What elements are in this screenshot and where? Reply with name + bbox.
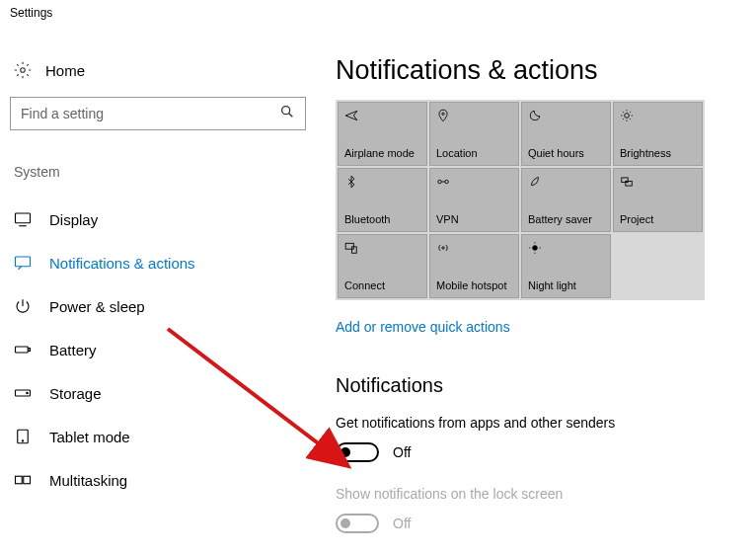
setting-lock-screen-notifications: Show notifications on the lock screen Of… bbox=[336, 486, 746, 533]
search-box[interactable] bbox=[10, 97, 306, 130]
svg-point-23 bbox=[442, 247, 444, 249]
quick-action-label: Mobile hotspot bbox=[436, 279, 512, 291]
sidebar-item-label: Tablet mode bbox=[49, 429, 130, 445]
toggle-state-label: Off bbox=[393, 444, 411, 460]
svg-rect-20 bbox=[626, 181, 632, 186]
svg-point-1 bbox=[282, 107, 290, 115]
tablet-icon bbox=[14, 428, 32, 445]
svg-point-14 bbox=[442, 113, 444, 115]
quick-action-label: Bluetooth bbox=[344, 213, 420, 225]
quick-action-nightlight[interactable]: Night light bbox=[521, 234, 611, 298]
bluetooth-icon bbox=[344, 175, 360, 189]
window-title: Settings bbox=[0, 0, 756, 26]
sidebar-item-tablet[interactable]: Tablet mode bbox=[10, 415, 316, 458]
sidebar-item-label: Notifications & actions bbox=[49, 255, 195, 272]
storage-icon bbox=[14, 384, 32, 402]
setting-label: Show notifications on the lock screen bbox=[336, 486, 746, 502]
toggle-lock-screen-notifications bbox=[336, 514, 379, 533]
sidebar-item-label: Power & sleep bbox=[49, 298, 145, 315]
quick-action-airplane[interactable]: Airplane mode bbox=[338, 102, 427, 166]
sidebar-item-label: Display bbox=[49, 211, 98, 228]
multitasking-icon bbox=[14, 471, 32, 489]
setting-get-notifications: Get notifications from apps and other se… bbox=[336, 415, 746, 462]
svg-line-2 bbox=[289, 114, 293, 118]
quick-actions-grid: Airplane mode Location Quiet hours Brigh… bbox=[336, 100, 705, 300]
leaf-icon bbox=[528, 175, 544, 189]
sidebar-item-label: Storage bbox=[49, 385, 102, 402]
hotspot-icon bbox=[436, 241, 452, 255]
add-remove-quick-actions-link[interactable]: Add or remove quick actions bbox=[336, 319, 510, 335]
home-label: Home bbox=[45, 62, 85, 79]
sidebar: Home System Display bbox=[0, 55, 336, 555]
svg-rect-7 bbox=[29, 349, 31, 352]
quick-action-label: Night light bbox=[528, 279, 604, 291]
svg-rect-13 bbox=[24, 476, 31, 484]
monitor-icon bbox=[14, 210, 32, 228]
svg-point-17 bbox=[445, 180, 449, 184]
svg-rect-22 bbox=[352, 247, 357, 253]
sidebar-item-notifications[interactable]: Notifications & actions bbox=[10, 241, 316, 284]
svg-rect-12 bbox=[16, 476, 23, 484]
quick-action-label: Location bbox=[436, 147, 512, 159]
notifications-section-title: Notifications bbox=[336, 374, 746, 397]
svg-point-11 bbox=[22, 440, 23, 441]
home-button[interactable]: Home bbox=[10, 55, 316, 97]
project-icon bbox=[620, 175, 636, 189]
page-title: Notifications & actions bbox=[336, 55, 746, 86]
quick-action-label: Quiet hours bbox=[528, 147, 604, 159]
message-icon bbox=[14, 254, 32, 272]
svg-rect-21 bbox=[345, 243, 353, 249]
battery-icon bbox=[14, 341, 32, 358]
airplane-icon bbox=[344, 109, 360, 122]
svg-rect-5 bbox=[16, 257, 31, 267]
svg-rect-19 bbox=[622, 178, 628, 183]
setting-label: Get notifications from apps and other se… bbox=[336, 415, 746, 431]
svg-point-16 bbox=[438, 180, 442, 184]
svg-rect-3 bbox=[16, 213, 31, 223]
quick-action-label: Brightness bbox=[620, 147, 696, 159]
quick-action-label: Connect bbox=[344, 279, 420, 291]
sidebar-item-display[interactable]: Display bbox=[10, 198, 316, 241]
quick-action-bluetooth[interactable]: Bluetooth bbox=[338, 168, 427, 232]
quick-action-location[interactable]: Location bbox=[429, 102, 519, 166]
svg-point-0 bbox=[21, 68, 26, 73]
power-icon bbox=[14, 297, 32, 315]
sidebar-item-label: Multitasking bbox=[49, 472, 127, 489]
svg-point-24 bbox=[533, 246, 538, 251]
search-input[interactable] bbox=[21, 106, 279, 121]
quick-action-connect[interactable]: Connect bbox=[338, 234, 427, 298]
search-icon bbox=[279, 104, 295, 123]
moon-icon bbox=[528, 109, 544, 122]
quick-action-label: Airplane mode bbox=[344, 147, 420, 159]
quick-action-label: Battery saver bbox=[528, 213, 604, 225]
sidebar-item-multitasking[interactable]: Multitasking bbox=[10, 458, 316, 502]
quick-action-quiet[interactable]: Quiet hours bbox=[521, 102, 611, 166]
connect-icon bbox=[344, 241, 360, 255]
category-label: System bbox=[10, 160, 316, 198]
quick-action-label: Project bbox=[620, 213, 696, 225]
location-icon bbox=[436, 109, 452, 122]
svg-point-9 bbox=[27, 392, 29, 394]
quick-action-project[interactable]: Project bbox=[613, 168, 703, 232]
quick-action-brightness[interactable]: Brightness bbox=[613, 102, 703, 166]
toggle-state-label: Off bbox=[393, 515, 411, 531]
content-area: Notifications & actions Airplane mode Lo… bbox=[336, 55, 756, 555]
quick-action-vpn[interactable]: VPN bbox=[429, 168, 519, 232]
svg-rect-6 bbox=[16, 347, 29, 353]
gear-icon bbox=[14, 61, 32, 79]
quick-action-batterysaver[interactable]: Battery saver bbox=[521, 168, 611, 232]
toggle-get-notifications[interactable] bbox=[336, 442, 379, 462]
sidebar-item-label: Battery bbox=[49, 342, 97, 358]
nightlight-icon bbox=[528, 241, 544, 255]
brightness-icon bbox=[620, 109, 636, 122]
sidebar-item-battery[interactable]: Battery bbox=[10, 328, 316, 371]
svg-point-15 bbox=[625, 114, 630, 119]
vpn-icon bbox=[436, 175, 452, 189]
sidebar-item-power[interactable]: Power & sleep bbox=[10, 284, 316, 328]
quick-action-hotspot[interactable]: Mobile hotspot bbox=[429, 234, 519, 298]
sidebar-item-storage[interactable]: Storage bbox=[10, 371, 316, 415]
quick-action-label: VPN bbox=[436, 213, 512, 225]
